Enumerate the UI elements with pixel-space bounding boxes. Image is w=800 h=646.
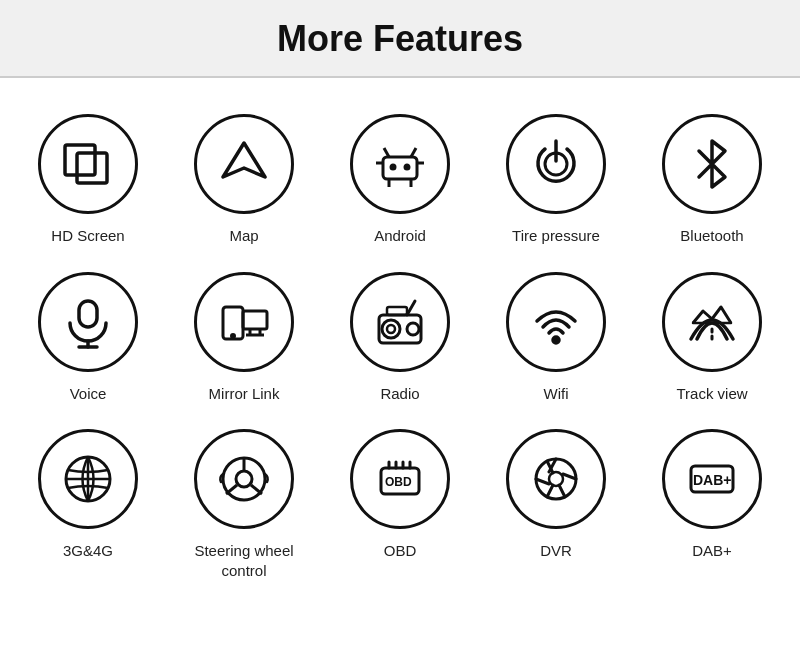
svg-rect-28 (387, 307, 407, 315)
obd-icon: OBD (371, 450, 429, 508)
voice-icon-circle (38, 272, 138, 372)
svg-line-38 (226, 485, 237, 494)
feature-3g4g: 3G&4G (10, 413, 166, 590)
mirror-link-icon (215, 293, 273, 351)
wifi-icon (527, 293, 585, 351)
dab-plus-icon-circle: DAB+ (662, 429, 762, 529)
dab-plus-icon: DAB+ (683, 450, 741, 508)
bluetooth-icon (683, 135, 741, 193)
feature-voice: Voice (10, 256, 166, 414)
svg-point-24 (382, 320, 400, 338)
voice-icon (59, 293, 117, 351)
page-title: More Features (0, 18, 800, 60)
svg-line-51 (547, 485, 553, 497)
voice-label: Voice (70, 384, 107, 404)
feature-dab-plus: DAB+ DAB+ (634, 413, 790, 590)
track-view-icon-circle (662, 272, 762, 372)
obd-label: OBD (384, 541, 417, 561)
tire-pressure-icon-circle (506, 114, 606, 214)
dvr-icon-circle (506, 429, 606, 529)
page-header: More Features (0, 0, 800, 78)
radio-icon-circle (350, 272, 450, 372)
android-label: Android (374, 226, 426, 246)
feature-track-view: Track view (634, 256, 790, 414)
svg-rect-0 (65, 145, 95, 175)
svg-point-36 (236, 471, 252, 487)
map-icon (215, 135, 273, 193)
svg-text:DAB+: DAB+ (693, 472, 732, 488)
tire-pressure-label: Tire pressure (512, 226, 600, 246)
radio-icon (371, 293, 429, 351)
svg-point-29 (553, 337, 559, 343)
android-icon (371, 135, 429, 193)
svg-point-47 (549, 472, 563, 486)
feature-mirror-link: Mirror Link (166, 256, 322, 414)
steering-wheel-icon-circle (194, 429, 294, 529)
track-view-icon (683, 293, 741, 351)
hd-screen-icon-circle (38, 114, 138, 214)
dvr-icon (527, 450, 585, 508)
feature-wifi: Wifi (478, 256, 634, 414)
wifi-icon-circle (506, 272, 606, 372)
feature-hd-screen: HD Screen (10, 98, 166, 256)
svg-point-26 (407, 323, 419, 335)
feature-obd: OBD OBD (322, 413, 478, 590)
steering-wheel-icon (215, 450, 273, 508)
svg-line-39 (251, 485, 262, 494)
svg-rect-14 (79, 301, 97, 327)
svg-point-18 (232, 334, 235, 337)
track-view-label: Track view (676, 384, 747, 404)
hd-screen-icon (59, 135, 117, 193)
svg-point-7 (405, 165, 409, 169)
feature-dvr: DVR (478, 413, 634, 590)
svg-line-50 (559, 485, 565, 497)
3g4g-label: 3G&4G (63, 541, 113, 561)
obd-icon-circle: OBD (350, 429, 450, 529)
feature-tire-pressure: Tire pressure (478, 98, 634, 256)
svg-marker-2 (223, 143, 265, 177)
svg-point-6 (391, 165, 395, 169)
svg-point-25 (387, 325, 395, 333)
3g4g-icon (59, 450, 117, 508)
steering-wheel-label: Steering wheel control (174, 541, 314, 580)
svg-text:OBD: OBD (385, 475, 412, 489)
svg-rect-3 (383, 157, 417, 179)
bluetooth-icon-circle (662, 114, 762, 214)
map-label: Map (229, 226, 258, 246)
svg-rect-19 (243, 311, 267, 329)
feature-map: Map (166, 98, 322, 256)
bluetooth-label: Bluetooth (680, 226, 743, 246)
svg-rect-1 (77, 153, 107, 183)
map-icon-circle (194, 114, 294, 214)
radio-label: Radio (380, 384, 419, 404)
mirror-link-icon-circle (194, 272, 294, 372)
hd-screen-label: HD Screen (51, 226, 124, 246)
3g4g-icon-circle (38, 429, 138, 529)
dab-plus-label: DAB+ (692, 541, 732, 561)
feature-radio: Radio (322, 256, 478, 414)
feature-bluetooth: Bluetooth (634, 98, 790, 256)
android-icon-circle (350, 114, 450, 214)
feature-android: Android (322, 98, 478, 256)
feature-steering-wheel: Steering wheel control (166, 413, 322, 590)
features-grid: HD Screen Map (0, 78, 800, 610)
svg-point-46 (536, 459, 576, 499)
tire-pressure-icon (527, 135, 585, 193)
wifi-label: Wifi (544, 384, 569, 404)
dvr-label: DVR (540, 541, 572, 561)
mirror-link-label: Mirror Link (209, 384, 280, 404)
